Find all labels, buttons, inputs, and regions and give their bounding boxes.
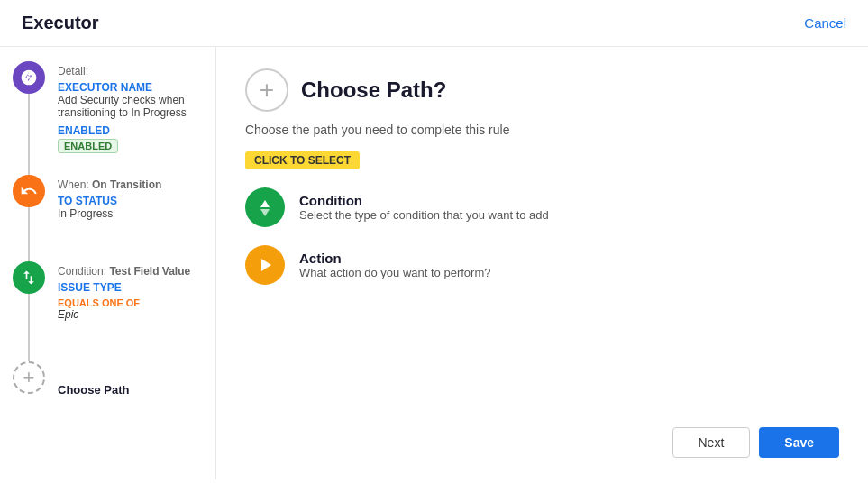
choice-action-title: Action	[299, 251, 490, 266]
step-condition: Condition: Test Field Value ISSUE TYPE E…	[0, 261, 215, 361]
sidebar: Detail: EXECUTOR NAME Add Security check…	[0, 47, 216, 479]
step-choose-label: Choose Path	[58, 383, 129, 397]
step-icon-when	[13, 175, 45, 207]
panel-title: Choose Path?	[301, 78, 446, 103]
step-detail-status-value: ENABLED	[58, 139, 118, 153]
panel-add-icon: +	[245, 68, 288, 112]
step-connector-when	[0, 175, 58, 261]
step-line-1	[28, 94, 30, 175]
step-condition-label: Condition: Test Field Value	[58, 265, 205, 278]
panel-subtitle: Choose the path you need to complete thi…	[245, 123, 839, 137]
step-condition-field-sub: EQUALS ONE OF	[58, 297, 205, 308]
step-detail: Detail: EXECUTOR NAME Add Security check…	[0, 61, 215, 175]
step-connector-condition	[0, 261, 58, 361]
step-detail-name: EXECUTOR NAME	[58, 81, 205, 94]
choice-list: Condition Select the type of condition t…	[245, 187, 839, 285]
step-icon-detail	[13, 61, 45, 94]
choice-condition-title: Condition	[299, 193, 549, 208]
step-line-3	[28, 294, 30, 361]
step-when-label: When: On Transition	[58, 178, 205, 191]
step-icon-choose: +	[13, 361, 45, 394]
right-panel: + Choose Path? Choose the path you need …	[216, 47, 868, 479]
step-content-condition: Condition: Test Field Value ISSUE TYPE E…	[58, 261, 215, 324]
app-header: Executor Cancel	[0, 0, 868, 47]
step-condition-field-label: ISSUE TYPE	[58, 281, 205, 294]
step-line-2	[28, 207, 30, 261]
action-icon	[245, 245, 285, 285]
step-when: When: On Transition TO STATUS In Progres…	[0, 175, 215, 261]
step-detail-description: Add Security checks when transitioning t…	[58, 94, 205, 119]
cancel-button[interactable]: Cancel	[804, 15, 846, 31]
choice-action-text: Action What action do you want to perfor…	[299, 251, 490, 279]
choice-condition-text: Condition Select the type of condition t…	[299, 193, 549, 222]
choice-condition[interactable]: Condition Select the type of condition t…	[245, 187, 839, 227]
choice-condition-desc: Select the type of condition that you wa…	[299, 208, 549, 222]
choice-action-desc: What action do you want to perform?	[299, 266, 490, 279]
step-choose-path[interactable]: + Choose Path	[0, 361, 215, 416]
step-content-choose: Choose Path	[58, 361, 215, 416]
step-content-detail: Detail: EXECUTOR NAME Add Security check…	[58, 61, 215, 157]
panel-header: + Choose Path?	[245, 68, 839, 112]
step-icon-condition	[13, 261, 45, 294]
step-connector-detail	[0, 61, 58, 175]
step-condition-field-value: Epic	[58, 308, 205, 321]
step-content-when: When: On Transition TO STATUS In Progres…	[58, 175, 215, 229]
footer-buttons: Next Save	[672, 427, 840, 458]
step-detail-label: Detail:	[58, 65, 205, 78]
condition-icon	[245, 187, 285, 227]
step-connector-choose: +	[0, 361, 58, 394]
step-detail-status-label: ENABLED	[58, 124, 205, 137]
choice-action[interactable]: Action What action do you want to perfor…	[245, 245, 839, 285]
main-content: Detail: EXECUTOR NAME Add Security check…	[0, 47, 868, 479]
click-to-select-badge[interactable]: CLICK TO SELECT	[245, 151, 360, 169]
save-button[interactable]: Save	[759, 427, 839, 458]
step-when-field-value: In Progress	[58, 207, 205, 220]
app-title: Executor	[22, 13, 99, 33]
step-when-field-label: TO STATUS	[58, 195, 205, 207]
next-button[interactable]: Next	[672, 427, 751, 458]
